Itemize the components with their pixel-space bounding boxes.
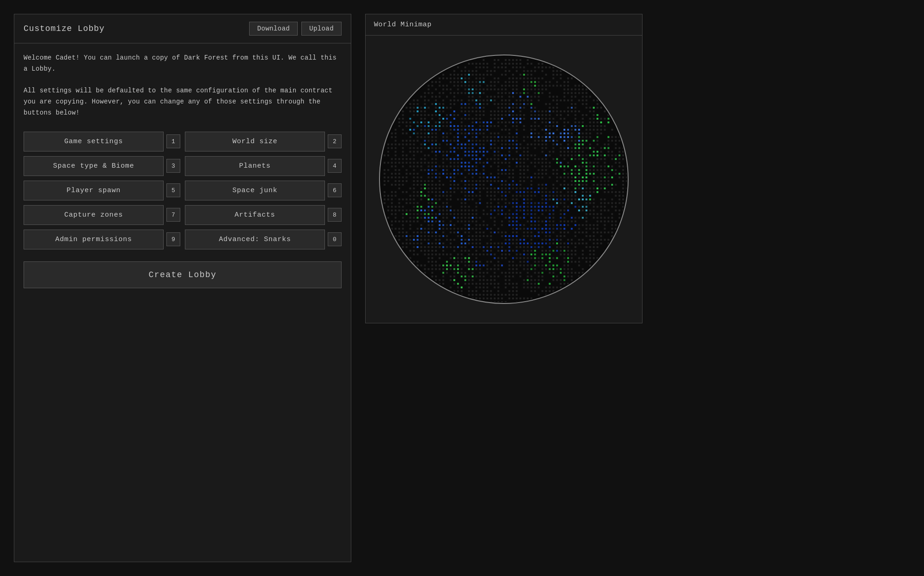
grid-item-advanced-snarks: Advanced: Snarks 0	[185, 230, 342, 249]
grid-item-artifacts: Artifacts 8	[185, 205, 342, 225]
create-lobby-button[interactable]: Create Lobby	[24, 261, 342, 288]
admin-permissions-badge: 9	[166, 232, 180, 246]
game-settings-button[interactable]: Game settings	[24, 132, 164, 152]
minimap-title: World Minimap	[366, 14, 642, 36]
player-spawn-badge: 5	[166, 183, 180, 197]
grid-item-admin-permissions: Admin permissions 9	[24, 230, 180, 249]
grid-item-player-spawn: Player spawn 5	[24, 181, 180, 200]
download-button[interactable]: Download	[249, 22, 298, 36]
welcome-paragraph-2: All settings will be defaulted to the sa…	[24, 85, 342, 118]
admin-permissions-button[interactable]: Admin permissions	[24, 230, 164, 249]
space-type-badge: 3	[166, 159, 180, 173]
grid-item-world-size: World size 2	[185, 132, 342, 152]
planets-badge: 4	[328, 159, 342, 173]
header-buttons: Download Upload	[249, 22, 342, 36]
panel-title: Customize Lobby	[24, 24, 105, 33]
settings-grid: Game settings 1 World size 2 Space type …	[24, 132, 342, 249]
grid-item-game-settings: Game settings 1	[24, 132, 180, 152]
welcome-paragraph-1: Welcome Cadet! You can launch a copy of …	[24, 53, 342, 75]
world-size-button[interactable]: World size	[185, 132, 325, 152]
artifacts-button[interactable]: Artifacts	[185, 205, 325, 225]
grid-item-space-type: Space type & Biome 3	[24, 156, 180, 176]
advanced-snarks-badge: 0	[328, 232, 342, 246]
game-settings-badge: 1	[166, 134, 180, 148]
grid-item-planets: Planets 4	[185, 156, 342, 176]
grid-item-capture-zones: Capture zones 7	[24, 205, 180, 225]
panel-body: Welcome Cadet! You can launch a copy of …	[14, 43, 351, 562]
welcome-text: Welcome Cadet! You can launch a copy of …	[24, 53, 342, 119]
space-junk-button[interactable]: Space junk	[185, 181, 325, 200]
artifacts-badge: 8	[328, 208, 342, 222]
panel-header: Customize Lobby Download Upload	[14, 14, 351, 43]
minimap-body	[366, 36, 642, 323]
planets-button[interactable]: Planets	[185, 156, 325, 176]
capture-zones-button[interactable]: Capture zones	[24, 205, 164, 225]
left-panel: Customize Lobby Download Upload Welcome …	[14, 14, 351, 562]
upload-button[interactable]: Upload	[301, 22, 342, 36]
minimap-canvas	[380, 55, 628, 303]
capture-zones-badge: 7	[166, 208, 180, 222]
grid-item-space-junk: Space junk 6	[185, 181, 342, 200]
advanced-snarks-button[interactable]: Advanced: Snarks	[185, 230, 325, 249]
player-spawn-button[interactable]: Player spawn	[24, 181, 164, 200]
right-panel: World Minimap	[365, 14, 643, 323]
main-container: Customize Lobby Download Upload Welcome …	[9, 9, 915, 567]
space-type-button[interactable]: Space type & Biome	[24, 156, 164, 176]
minimap-circle	[379, 55, 629, 304]
space-junk-badge: 6	[328, 183, 342, 197]
world-size-badge: 2	[328, 134, 342, 148]
